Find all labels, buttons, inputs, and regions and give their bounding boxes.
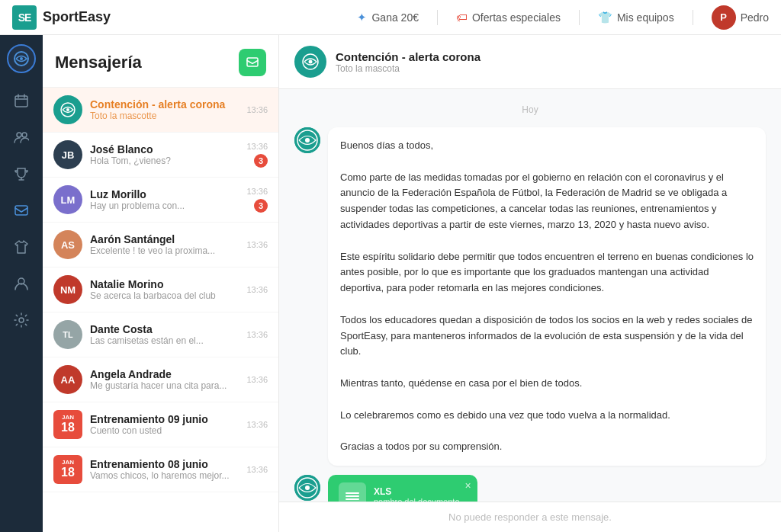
sidebar-item-shirt[interactable] [6, 232, 37, 262]
chat-date-divider: Hoy [294, 104, 766, 115]
message-preview: Excelente ! te veo la proxima... [90, 245, 239, 256]
chat-header-sub: Toto la mascota [336, 63, 480, 74]
avatar [53, 95, 82, 124]
sidebar-item-trophy[interactable] [6, 159, 37, 189]
message-time: 13:36 [246, 105, 268, 114]
chat-message-text: Todos los educadores quedan a disposició… [340, 312, 754, 360]
earn-nav-item[interactable]: ✦ Gana 20€ [357, 11, 419, 24]
avatar: NM [53, 275, 82, 304]
chat-header-avatar [294, 46, 326, 78]
sidebar-item-profile[interactable] [6, 268, 37, 299]
message-content: Entrenamiento 08 junio Vamos chicos, lo … [90, 458, 239, 481]
avatar: JB [53, 140, 82, 169]
svg-point-7 [19, 318, 24, 322]
message-time: 13:36 [246, 465, 268, 474]
chat-bubble-avatar [294, 127, 320, 153]
messages-header: Mensajería [43, 35, 278, 88]
messages-list-panel: Mensajería Contención [43, 35, 279, 532]
sidebar-item-calendar[interactable] [6, 85, 37, 116]
teams-label: Mis equipos [617, 11, 674, 24]
list-item[interactable]: LM Luz Morillo Hay un problema con... 13… [43, 178, 278, 223]
teams-nav-item[interactable]: 👕 Mis equipos [598, 11, 674, 24]
messages-scroll[interactable]: Contención - alerta corona Toto la masco… [43, 88, 278, 532]
list-item[interactable]: Contención - alerta corona Toto la masco… [43, 88, 278, 133]
chat-bubble-row: Buenos días a todos, Como parte de las m… [294, 127, 766, 466]
compose-button[interactable] [239, 49, 266, 76]
message-time: 13:36 [246, 420, 268, 429]
main-layout: Mensajería Contención [0, 35, 781, 532]
list-item[interactable]: TL Dante Costa Las camisetas están en el… [43, 312, 278, 357]
list-item[interactable]: AA Angela Andrade Me gustaría hacer una … [43, 357, 278, 402]
chat-footer-text: No puede responder a este mensaje. [448, 511, 612, 523]
svg-point-10 [66, 108, 69, 111]
list-item[interactable]: JAN 18 Entrenamiento 09 junio Cuento con… [43, 402, 278, 447]
attachment-name: nombre del documento... [374, 497, 467, 502]
message-meta: 13:36 [246, 420, 268, 429]
chat-message-text: Mientras tanto, quédense en casa por el … [340, 376, 754, 392]
avatar: TL [53, 320, 82, 349]
chat-panel: Contención - alerta corona Toto la masco… [279, 35, 781, 532]
sidebar-item-players[interactable] [6, 122, 37, 152]
message-time: 13:36 [246, 240, 268, 249]
offers-label: Ofertas especiales [472, 11, 561, 24]
message-name: Aarón Santángel [90, 233, 239, 245]
chat-attachment-avatar [294, 475, 320, 501]
message-time: 13:36 [246, 285, 268, 294]
chat-messages[interactable]: Hoy Buenos días a todos, Como parte de l… [279, 89, 781, 502]
sidebar [0, 35, 43, 532]
chat-message-text: Este espíritu solidario debe permitir qu… [340, 249, 754, 296]
nav-divider-2 [579, 10, 580, 25]
training-day: 18 [61, 421, 75, 434]
message-preview: Hola Tom, ¿vienes? [90, 155, 239, 166]
list-item[interactable]: JB José Blanco Hola Tom, ¿vienes? 13:36 … [43, 133, 278, 178]
message-name: Natalie Morino [90, 278, 239, 290]
attachment-info: XLS nombre del documento... [374, 486, 467, 502]
offers-nav-item[interactable]: 🏷 Ofertas especiales [456, 11, 561, 24]
message-content: Aarón Santángel Excelente ! te veo la pr… [90, 233, 239, 256]
logo-badge: SE [12, 5, 37, 30]
star-icon: ✦ [357, 11, 367, 24]
message-content: Contención - alerta corona Toto la masco… [90, 98, 239, 121]
avatar: LM [53, 185, 82, 214]
message-meta: 13:36 3 [246, 187, 268, 213]
message-content: José Blanco Hola Tom, ¿vienes? [90, 143, 239, 166]
sidebar-item-settings[interactable] [6, 305, 37, 335]
message-name: Contención - alerta corona [90, 98, 239, 111]
message-preview: Vamos chicos, lo haremos mejor... [90, 470, 239, 481]
chat-attachment[interactable]: XLS nombre del documento... × [328, 475, 477, 502]
chat-message-bubble: Buenos días a todos, Como parte de las m… [328, 127, 766, 466]
svg-point-15 [305, 138, 310, 143]
message-content: Entrenamiento 09 junio Cuento con usted [90, 413, 239, 436]
message-name: Entrenamiento 09 junio [90, 413, 239, 425]
attachment-type: XLS [374, 486, 467, 497]
message-preview: Las camisetas están en el... [90, 335, 239, 346]
user-avatar: P [712, 5, 736, 30]
message-content: Angela Andrade Me gustaría hacer una cit… [90, 368, 239, 391]
avatar: JAN 18 [53, 455, 82, 484]
message-content: Natalie Morino Se acerca la barbacoa del… [90, 278, 239, 301]
list-item[interactable]: AS Aarón Santángel Excelente ! te veo la… [43, 223, 278, 268]
sidebar-item-team[interactable] [7, 44, 36, 73]
message-preview: Me gustaría hacer una cita para... [90, 380, 239, 391]
chat-header: Contención - alerta corona Toto la masco… [279, 35, 781, 89]
sidebar-item-messages[interactable] [6, 195, 37, 226]
avatar: AS [53, 230, 82, 259]
attachment-icon [339, 482, 366, 502]
nav-divider-3 [693, 10, 693, 25]
earn-label: Gana 20€ [371, 11, 419, 24]
list-item[interactable]: JAN 18 Entrenamiento 08 junio Vamos chic… [43, 447, 278, 492]
chat-attachment-row: XLS nombre del documento... × [294, 475, 766, 502]
message-preview: Toto la mascotte [90, 111, 239, 121]
training-month: JAN [62, 415, 74, 421]
close-icon[interactable]: × [465, 479, 471, 492]
message-content: Dante Costa Las camisetas están en el... [90, 323, 239, 346]
message-time: 13:36 [246, 375, 268, 384]
top-navigation: SE SportEasy ✦ Gana 20€ 🏷 Ofertas especi… [0, 0, 781, 35]
messages-title: Mensajería [55, 53, 142, 72]
list-item[interactable]: NM Natalie Morino Se acerca la barbacoa … [43, 268, 278, 312]
message-meta: 13:36 [246, 465, 268, 474]
user-nav-item[interactable]: P Pedro [712, 5, 769, 30]
svg-point-4 [22, 133, 27, 137]
offer-icon: 🏷 [456, 11, 468, 24]
message-content: Luz Morillo Hay un problema con... [90, 188, 239, 211]
